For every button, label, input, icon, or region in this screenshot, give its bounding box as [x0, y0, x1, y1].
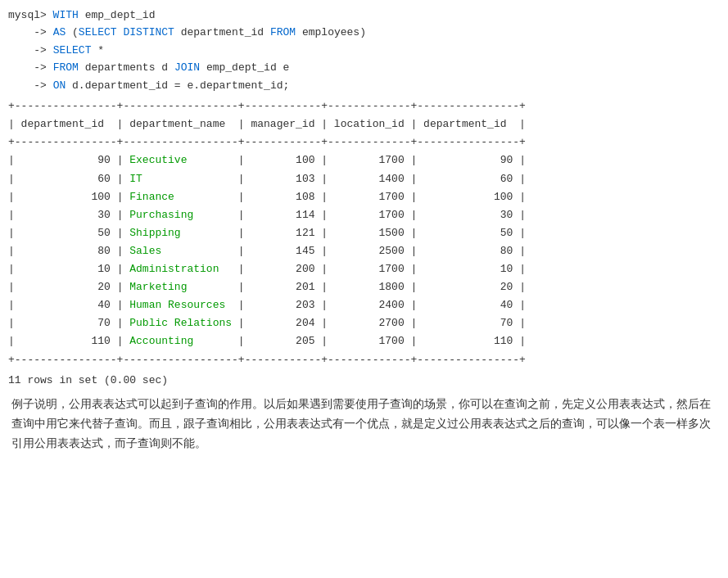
sql-code-block: mysql> WITH emp_dept_id -> AS (SELECT DI…	[8, 7, 720, 94]
separator-top: +----------------+------------------+---…	[8, 97, 720, 115]
code-line-2: -> AS (SELECT DISTINCT department_id FRO…	[8, 24, 720, 41]
table-row: | 110 | Accounting | 205 | 1700 | 110 |	[8, 332, 720, 350]
code-line-3: -> SELECT *	[8, 42, 720, 59]
table-header: | department_id | department_name | mana…	[8, 115, 720, 133]
description-text: 例子说明，公用表表达式可以起到子查询的作用。以后如果遇到需要使用子查询的场景，你…	[8, 395, 720, 454]
table-row: | 40 | Human Resources | 203 | 2400 | 40…	[8, 296, 720, 314]
code-line-5: -> ON d.department_id = e.department_id;	[8, 77, 720, 94]
table-row: | 20 | Marketing | 201 | 1800 | 20 |	[8, 278, 720, 296]
separator-header: +----------------+------------------+---…	[8, 133, 720, 151]
result-table: +----------------+------------------+---…	[8, 97, 720, 368]
table-row: | 90 | Executive | 100 | 1700 | 90 |	[8, 151, 720, 169]
table-row: | 30 | Purchasing | 114 | 1700 | 30 |	[8, 206, 720, 224]
code-line-4: -> FROM departments d JOIN emp_dept_id e	[8, 59, 720, 76]
table-row: | 100 | Finance | 108 | 1700 | 100 |	[8, 188, 720, 206]
table-row: | 10 | Administration | 200 | 1700 | 10 …	[8, 260, 720, 278]
table-row: | 60 | IT | 103 | 1400 | 60 |	[8, 170, 720, 188]
table-row: | 50 | Shipping | 121 | 1500 | 50 |	[8, 224, 720, 242]
terminal-window: mysql> WITH emp_dept_id -> AS (SELECT DI…	[0, 0, 728, 578]
code-line-1: mysql> WITH emp_dept_id	[8, 7, 720, 24]
table-row: | 70 | Public Relations | 204 | 2700 | 7…	[8, 314, 720, 332]
separator-bottom: +----------------+------------------+---…	[8, 351, 720, 369]
table-row: | 80 | Sales | 145 | 2500 | 80 |	[8, 242, 720, 260]
result-count: 11 rows in set (0.00 sec)	[8, 374, 720, 386]
